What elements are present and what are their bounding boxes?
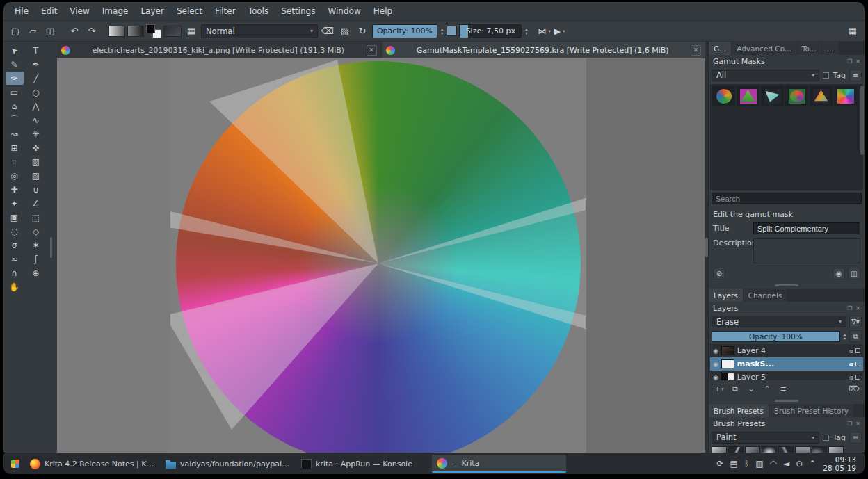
duplicate-layer-button[interactable]: ⧉ [728, 383, 742, 395]
layer-opacity-slider[interactable]: Opacity: 100% [712, 331, 840, 342]
alpha-lock-icon[interactable]: α [849, 374, 853, 381]
gamut-mask-preset-2[interactable] [737, 86, 760, 106]
save-mask-button[interactable]: ◫ [848, 268, 860, 279]
float-docker-icon[interactable]: ❐ [847, 305, 852, 311]
blending-mode-select[interactable]: Normal ▾ [201, 24, 318, 38]
gamut-filter-select[interactable]: All ▾ [712, 70, 819, 81]
pan-tool[interactable]: ✋ [6, 280, 24, 293]
panel-launcher-button[interactable] [7, 455, 24, 472]
delete-layer-button[interactable]: ⌦ [847, 383, 861, 395]
paintop-preset-swatch[interactable] [447, 26, 457, 36]
bluetooth-icon[interactable]: ᛒ [744, 460, 749, 468]
document-tab-kiki[interactable]: electrichearts_20190316_kiki_a.png [Writ… [57, 42, 381, 58]
gamut-list-scrollbar[interactable] [860, 86, 864, 155]
transform-tool[interactable]: ⊞ [6, 141, 24, 154]
task-file-manager[interactable]: valdyas/foundation/paypal — KM... [161, 455, 295, 473]
menu-item[interactable]: Select [171, 5, 208, 17]
tab-brush-preset-history[interactable]: Brush Preset History [769, 404, 853, 417]
opacity-spinner[interactable]: ▴▾ [440, 27, 444, 35]
edit-shapes-tool[interactable]: ✎ [6, 58, 24, 71]
pattern-edit-tool[interactable]: ▨ [27, 169, 45, 182]
menu-item[interactable]: Edit [35, 5, 63, 17]
task-firefox[interactable]: Krita 4.2 Release Notes | Krita - ... [25, 455, 159, 473]
select-shapes-tool[interactable]: ➤ [6, 44, 24, 57]
multibrush-tool[interactable]: ✳ [27, 127, 45, 140]
bezier-curve-tool[interactable]: ⌒ [6, 113, 24, 127]
line-tool[interactable]: ╱ [27, 72, 45, 85]
freehand-brush-tool[interactable]: ✑ [6, 72, 24, 85]
tab-layers[interactable]: Layers [709, 289, 743, 302]
redo-button[interactable]: ↷ [84, 24, 99, 39]
zoom-tool[interactable]: ⊕ [27, 266, 45, 279]
smart-patch-tool[interactable]: ✚ [6, 183, 24, 196]
foreground-background-swatch[interactable] [146, 24, 161, 38]
updates-icon[interactable]: ⟳ [717, 460, 724, 468]
clipboard-icon[interactable]: ▤ [730, 460, 738, 468]
bezier-select-tool[interactable]: ʃ [27, 252, 45, 266]
toolbox-splitter[interactable] [47, 42, 57, 453]
magnetic-select-tool[interactable]: ∩ [6, 266, 24, 279]
layer-properties-button[interactable]: ≡ [776, 383, 790, 395]
tag-checkbox[interactable] [823, 435, 829, 441]
opacity-slider[interactable]: Opacity: 100% [372, 24, 437, 38]
brush-menu-button[interactable]: ≡ [849, 432, 862, 444]
brush-filter-select[interactable]: Paint ▾ [712, 432, 819, 444]
tray-expander-icon[interactable]: ⌃ [809, 460, 816, 468]
gamut-title-input[interactable] [753, 222, 860, 234]
layer-lock-icon[interactable] [855, 375, 860, 380]
brush-preset-5[interactable] [778, 446, 794, 453]
gamut-mask-preset-3[interactable] [761, 86, 784, 106]
layer-visibility-icon[interactable]: ◉ [713, 361, 718, 368]
menu-item[interactable]: View [64, 5, 95, 17]
ellipse-tool[interactable]: ○ [27, 86, 45, 99]
docker-tab-overflow[interactable]: ... [822, 42, 839, 55]
network-icon[interactable]: ◠ [769, 460, 776, 468]
layer-lock-icon[interactable] [855, 362, 860, 366]
layer-opacity-spinner[interactable]: ▴▾ [842, 332, 847, 341]
dynamic-brush-tool[interactable]: ↝ [6, 127, 24, 140]
workspace-chooser-button[interactable]: ▦ [845, 24, 860, 39]
polygonal-select-tool[interactable]: ◇ [27, 225, 45, 238]
color-sampler-tool[interactable]: ◎ [6, 169, 24, 182]
open-button[interactable]: ▱ [25, 24, 40, 39]
brush-preset-7[interactable] [812, 446, 827, 453]
brush-preset-8[interactable] [828, 446, 844, 453]
task-konsole[interactable]: krita : AppRun — Konsole [296, 455, 431, 473]
mirror-vertical-button[interactable]: ▶▾ [554, 26, 567, 36]
fill-tool[interactable]: ∪ [27, 183, 45, 196]
save-button[interactable]: ◫ [42, 24, 58, 39]
layer-row-masks[interactable]: ◉ maskS... α [710, 357, 863, 371]
float-docker-icon[interactable]: ❐ [847, 58, 852, 65]
preserve-alpha-button[interactable]: ▨ [337, 24, 353, 39]
freehand-select-tool[interactable]: σ [6, 238, 24, 252]
reference-images-tool[interactable]: ▣ [6, 211, 24, 224]
alpha-lock-icon[interactable]: α [849, 361, 853, 368]
eraser-mode-button[interactable]: ⌫ [320, 24, 335, 39]
docker-tab-advanced-color[interactable]: Advanced Co... [732, 42, 796, 55]
layer-lock-icon[interactable] [855, 348, 860, 353]
tab-brush-presets[interactable]: Brush Presets [709, 404, 769, 417]
similar-select-tool[interactable]: ≈ [6, 252, 24, 266]
clear-mask-button[interactable]: ⊘ [713, 268, 725, 279]
crop-tool[interactable]: ⌗ [6, 155, 24, 168]
close-tab-button[interactable]: ✕ [367, 45, 377, 56]
close-docker-icon[interactable]: ✕ [855, 305, 860, 311]
volume-icon[interactable]: ◄ [783, 460, 789, 468]
close-docker-icon[interactable]: ✕ [855, 421, 860, 427]
docker-resize-handle[interactable] [709, 397, 865, 404]
menu-item[interactable]: Settings [275, 5, 321, 17]
brush-preset-6[interactable] [795, 446, 810, 453]
polygon-tool[interactable]: ⌂ [6, 99, 24, 113]
elliptical-select-tool[interactable]: ◌ [6, 225, 24, 238]
size-spinner[interactable]: ▴▾ [524, 27, 529, 35]
alpha-lock-icon[interactable]: α [849, 348, 853, 355]
menu-item[interactable]: Layer [135, 5, 169, 17]
move-tool[interactable]: ✜ [27, 141, 45, 154]
mirror-horizontal-button[interactable]: ⋈▾ [538, 26, 552, 36]
brush-preset-4[interactable] [762, 446, 777, 453]
brush-editor-button[interactable]: ▦ [184, 24, 199, 39]
layer-options-button[interactable]: ⧉ [849, 330, 862, 342]
measure-tool[interactable]: ∠ [27, 197, 45, 210]
brush-preset-1[interactable] [712, 446, 727, 453]
docker-tab-gamut-masks[interactable]: G... [709, 42, 731, 55]
